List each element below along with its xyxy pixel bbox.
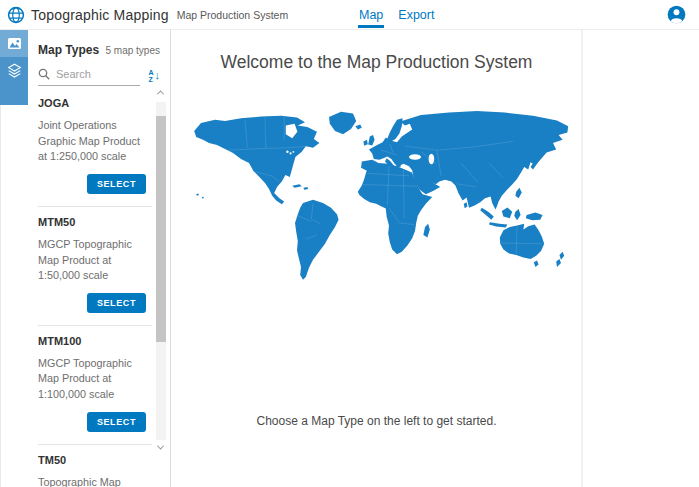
map-type-name: JOGA <box>38 97 150 109</box>
scroll-up-icon[interactable] <box>158 90 165 97</box>
map-type-description: MGCP Topographic Map Product at 1:50,000… <box>38 237 150 284</box>
tab-map[interactable]: Map <box>358 0 384 28</box>
app-header: Topographic Mapping Map Production Syste… <box>0 0 699 30</box>
map-type-name: MTM50 <box>38 216 150 228</box>
layers-tool-button[interactable] <box>0 57 28 84</box>
app-title: Topographic Mapping <box>31 7 169 23</box>
tab-export[interactable]: Export <box>397 0 435 28</box>
map-type-description: Topographic Map Product at 1:50,000 scal… <box>38 475 150 487</box>
instruction-text: Choose a Map Type on the left to get sta… <box>172 414 581 428</box>
app-subtitle: Map Production System <box>177 9 288 21</box>
sort-letter-z: Z <box>148 76 153 83</box>
list-item: JOGA Joint Operations Graphic Map Produc… <box>38 88 152 207</box>
map-type-description: MGCP Topographic Map Product at 1:100,00… <box>38 356 150 403</box>
list-item: TM50 Topographic Map Product at 1:50,000… <box>38 445 152 487</box>
map-type-description: Joint Operations Graphic Map Product at … <box>38 118 150 165</box>
sort-az-icon[interactable]: A Z ↓ <box>148 69 160 83</box>
select-button[interactable]: SELECT <box>87 174 146 194</box>
map-tool-icon <box>7 36 22 51</box>
search-box <box>38 65 140 86</box>
list-item: MTM100 MGCP Topographic Map Product at 1… <box>38 326 152 445</box>
select-button[interactable]: SELECT <box>87 412 146 432</box>
header-tabs: Map Export <box>358 0 435 30</box>
map-type-count: 5 map types <box>106 45 160 56</box>
search-input[interactable] <box>56 68 126 80</box>
sort-arrow: ↓ <box>155 70 161 81</box>
world-map-image <box>181 103 573 287</box>
page-title: Welcome to the Map Production System <box>172 52 581 73</box>
map-type-list: JOGA Joint Operations Graphic Map Produc… <box>28 88 156 487</box>
select-button[interactable]: SELECT <box>87 293 146 313</box>
sidebar-scrollbar <box>156 90 167 452</box>
map-type-name: TM50 <box>38 454 150 466</box>
panel-title: Map Types <box>38 43 99 57</box>
scrollbar-track[interactable] <box>156 102 166 440</box>
list-item: MTM50 MGCP Topographic Map Product at 1:… <box>38 207 152 326</box>
globe-icon <box>7 6 25 24</box>
map-type-name: MTM100 <box>38 335 150 347</box>
scroll-down-icon[interactable] <box>158 445 165 452</box>
account-icon[interactable] <box>667 5 686 24</box>
search-icon <box>38 68 50 80</box>
scrollbar-thumb[interactable] <box>156 116 166 342</box>
tool-strip <box>0 30 28 105</box>
strip-divider <box>0 105 1 487</box>
map-tool-button[interactable] <box>0 30 28 57</box>
map-types-panel: Map Types 5 map types A Z ↓ JOGA Joint O… <box>28 30 171 487</box>
sort-letter-a: A <box>148 69 153 76</box>
main-content: Welcome to the Map Production System <box>172 30 583 487</box>
layers-tool-icon <box>7 63 22 78</box>
